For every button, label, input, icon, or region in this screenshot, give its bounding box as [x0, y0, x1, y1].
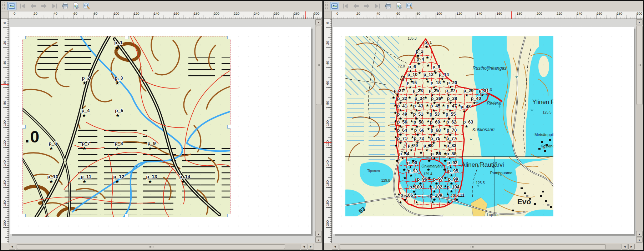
toolbar-drag-handle[interactable] [325, 2, 328, 10]
ruler-number: 220 [234, 11, 239, 15]
composer-map-button[interactable] [330, 2, 339, 10]
go-first-button[interactable] [341, 2, 350, 10]
zoom-settings-icon [406, 2, 413, 10]
export-image-button[interactable] [394, 2, 404, 10]
sample-point-label: p_75 [430, 136, 441, 141]
zoom-settings-button[interactable] [405, 2, 414, 10]
sample-point-label: p_13 [146, 174, 157, 179]
go-previous-icon [353, 2, 360, 10]
star-marker-icon: ★ [462, 109, 466, 113]
ruler-number: 200 [537, 11, 542, 15]
scroll-left-button[interactable]: ◀ [301, 244, 307, 250]
ruler-number: 0 [324, 19, 331, 27]
star-marker-icon: ★ [115, 45, 119, 50]
sample-point: p_111★ [452, 193, 465, 202]
star-marker-icon: ★ [443, 127, 446, 131]
ruler-number: 200 [1, 219, 8, 227]
scroll-left-button[interactable]: ◀ [9, 244, 15, 250]
sample-point: p_11★ [81, 174, 91, 184]
star-marker-icon: ★ [397, 192, 401, 196]
scroll-down-button[interactable]: ▼ [315, 237, 322, 243]
sample-point: p_56★ [397, 120, 407, 129]
vertical-scrollbar-left[interactable]: ▲ ▲ ▼ [315, 19, 322, 243]
sample-point-label: p_29 [463, 89, 474, 93]
sample-point-label: p_4 [81, 108, 90, 113]
sample-point-label: p_55 [446, 112, 456, 117]
sample-point-label: p_9 [432, 65, 440, 69]
scroll-down-button[interactable]: ▼ [636, 237, 643, 243]
composer-map-icon [8, 2, 15, 10]
map-frame-left[interactable]: .0 p_1★p_2★p_3★p_4★p_5★p_6★p_7★p_8★p_9★p… [22, 36, 230, 217]
star-marker-icon: ★ [434, 87, 438, 91]
scroll-left-button[interactable]: ◀ [332, 244, 338, 250]
star-marker-icon: ★ [411, 144, 414, 147]
resize-handle-bottom-right[interactable] [227, 214, 230, 217]
sample-point: p_3★ [115, 76, 123, 85]
ruler-number: 260 [597, 11, 602, 15]
export-image-button[interactable] [71, 2, 81, 10]
go-previous-button[interactable] [29, 2, 38, 10]
sample-point-label: p_31 [479, 89, 489, 93]
print-button[interactable] [61, 2, 70, 10]
scroll-up-button[interactable]: ▲ [636, 19, 643, 25]
horizontal-scroll-track[interactable] [339, 244, 621, 250]
ruler-number: 260 [274, 11, 279, 15]
vertical-scrollbar-right[interactable]: ▲ ▲ ▼ [636, 19, 643, 243]
sample-point-label: p_88 [446, 152, 457, 156]
star-marker-icon: ★ [392, 96, 395, 100]
resize-handle-top-center[interactable] [125, 36, 128, 39]
star-marker-icon: ★ [401, 156, 405, 160]
scroll-right-button[interactable]: ▶ [308, 244, 314, 250]
horizontal-scroll-track[interactable] [16, 244, 300, 250]
vertical-scroll-thumb[interactable] [637, 26, 643, 105]
composition-canvas-left[interactable]: .0 p_1★p_2★p_3★p_4★p_5★p_6★p_7★p_8★p_9★p… [9, 19, 315, 243]
zoom-settings-button[interactable] [82, 2, 91, 10]
go-last-button[interactable] [373, 2, 382, 10]
horizontal-scroll-thumb[interactable] [340, 244, 606, 249]
map-frame-right[interactable]: 135.372.053Rustholjinkangas141.3RivieraY… [345, 36, 553, 217]
go-next-button[interactable] [39, 2, 49, 10]
go-previous-button[interactable] [351, 2, 361, 10]
composer-map-button[interactable] [7, 2, 16, 10]
resize-handle-bottom-left[interactable] [22, 214, 26, 217]
vertical-scroll-thumb[interactable] [316, 26, 322, 105]
sample-point: p_6★ [49, 141, 57, 151]
resize-handle-bottom-center[interactable] [125, 214, 128, 217]
go-last-button[interactable] [50, 2, 59, 10]
ruler-number: 40 [1, 59, 8, 67]
sample-point-label: p_3 [115, 76, 123, 81]
go-next-button[interactable] [362, 2, 371, 10]
star-marker-icon: ★ [418, 71, 421, 75]
sample-point-label: p_10 [407, 72, 418, 77]
horizontal-scrollbar-left[interactable]: ◀ ◀ ▶ [1, 243, 322, 250]
print-button[interactable] [384, 2, 393, 10]
sample-point-label: p_7 [82, 141, 90, 146]
scroll-right-button[interactable]: ▶ [628, 244, 635, 250]
sample-point: p_60★ [430, 120, 440, 129]
star-marker-icon: ★ [434, 71, 437, 75]
ruler-number: 240 [254, 11, 259, 15]
horizontal-scrollbar-right[interactable]: ◀ ◀ ▶ [324, 243, 643, 250]
resize-handle-top-right[interactable] [227, 36, 230, 39]
scroll-left-button[interactable]: ◀ [622, 244, 628, 250]
star-marker-icon: ★ [403, 176, 407, 180]
ruler-number: 140 [324, 159, 331, 167]
ruler-number: 180 [324, 199, 331, 207]
composition-canvas-right[interactable]: 135.372.053Rustholjinkangas141.3RivieraY… [332, 19, 636, 243]
scroll-up-button[interactable]: ▲ [636, 231, 643, 237]
star-marker-icon: ★ [394, 119, 397, 123]
sample-point: p_41★ [397, 104, 407, 112]
go-first-button[interactable] [18, 2, 27, 10]
ruler-number: 140 [1, 159, 8, 167]
resize-handle-middle-left[interactable] [22, 125, 26, 129]
toolbar-drag-handle[interactable] [2, 2, 5, 10]
ruler-number: 300 [637, 11, 643, 15]
horizontal-scroll-thumb[interactable] [17, 244, 285, 249]
resize-handle-middle-right[interactable] [227, 125, 230, 129]
star-marker-icon: ★ [424, 96, 427, 100]
composer-map-icon [331, 2, 338, 10]
scroll-up-button[interactable]: ▲ [315, 19, 322, 25]
go-next-icon [40, 2, 47, 10]
resize-handle-top-left[interactable] [22, 36, 26, 39]
scroll-up-button[interactable]: ▲ [315, 231, 322, 237]
